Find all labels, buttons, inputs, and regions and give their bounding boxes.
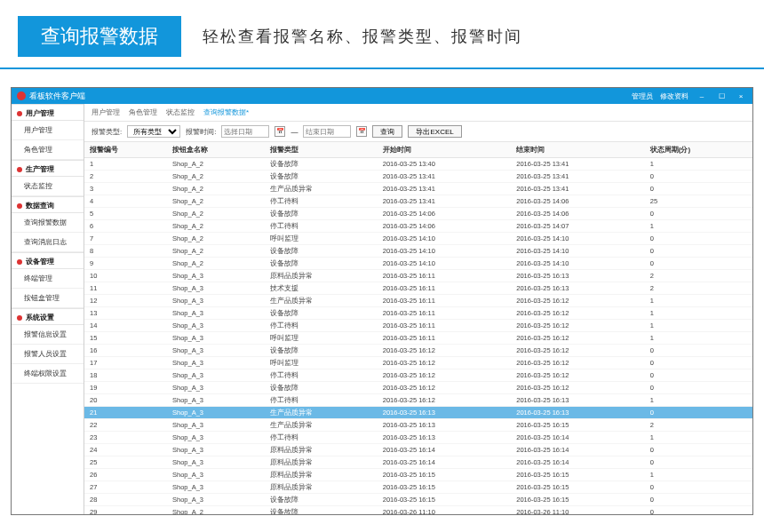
- query-button[interactable]: 查询: [372, 125, 402, 138]
- table-cell: 0: [645, 233, 752, 245]
- table-row[interactable]: 21Shop_A_3生产品质异常2016-03-25 16:132016-03-…: [84, 407, 752, 419]
- tab[interactable]: 用户管理: [92, 107, 120, 117]
- side-group-header[interactable]: 生产管理: [12, 160, 84, 177]
- table-cell: 2016-03-25 16:11: [378, 270, 512, 282]
- table-row[interactable]: 29Shop_A_2设备故障2016-03-26 11:102016-03-26…: [84, 506, 752, 515]
- table-cell: 2016-03-25 16:13: [378, 407, 512, 419]
- table-cell: 设备故障: [265, 245, 378, 258]
- table-cell: 2016-03-25 16:13: [511, 282, 645, 295]
- table-row[interactable]: 26Shop_A_3原料品质异常2016-03-25 16:152016-03-…: [84, 469, 752, 481]
- side-group-header[interactable]: 设备管理: [12, 252, 84, 269]
- table-row[interactable]: 1Shop_A_2设备故障2016-03-25 13:402016-03-25 …: [84, 158, 752, 171]
- table-row[interactable]: 7Shop_A_2呼叫监理2016-03-25 14:102016-03-25 …: [84, 233, 752, 245]
- table-cell: Shop_A_3: [167, 270, 265, 282]
- table-row[interactable]: 25Shop_A_3原料品质异常2016-03-25 16:142016-03-…: [84, 457, 752, 469]
- table-row[interactable]: 2Shop_A_2设备故障2016-03-25 13:412016-03-25 …: [84, 171, 752, 183]
- calendar-icon[interactable]: 📅: [356, 126, 367, 137]
- sidebar-item[interactable]: 用户管理: [12, 121, 84, 140]
- table-cell: 18: [84, 369, 167, 382]
- column-header[interactable]: 开始时间: [378, 142, 512, 158]
- table-cell: 0: [645, 258, 752, 270]
- table-cell: 5: [84, 208, 167, 220]
- table-cell: Shop_A_3: [167, 357, 265, 369]
- column-header[interactable]: 状态周期(分): [645, 142, 752, 158]
- column-header[interactable]: 按钮盒名称: [167, 142, 265, 158]
- tab[interactable]: 角色管理: [129, 107, 157, 117]
- sidebar-item[interactable]: 报警信息设置: [12, 325, 84, 345]
- table-row[interactable]: 6Shop_A_2停工待料2016-03-25 14:062016-03-25 …: [84, 220, 752, 233]
- tab[interactable]: 状态监控: [166, 107, 195, 117]
- table-cell: 2016-03-25 14:06: [511, 208, 645, 220]
- table-cell: 2016-03-25 16:15: [511, 481, 645, 494]
- titlebar-link-profile[interactable]: 修改资料: [660, 91, 688, 101]
- table-row[interactable]: 12Shop_A_3生产品质异常2016-03-25 16:112016-03-…: [84, 295, 752, 307]
- table-cell: 2016-03-25 16:12: [378, 394, 512, 407]
- window-close-icon[interactable]: ×: [735, 92, 747, 100]
- table-row[interactable]: 5Shop_A_2设备故障2016-03-25 14:062016-03-25 …: [84, 208, 752, 220]
- side-group-header[interactable]: 用户管理: [12, 104, 84, 121]
- titlebar-link-admin[interactable]: 管理员: [632, 91, 653, 101]
- column-header[interactable]: 报警编号: [84, 142, 167, 158]
- export-excel-button[interactable]: 导出EXCEL: [408, 125, 461, 138]
- table-cell: 2016-03-25 16:14: [511, 444, 645, 457]
- table-cell: 1: [84, 158, 167, 171]
- table-row[interactable]: 19Shop_A_3设备故障2016-03-25 16:122016-03-25…: [84, 382, 752, 394]
- table-cell: 2016-03-25 16:11: [378, 295, 512, 307]
- side-group-header[interactable]: 数据查询: [12, 196, 84, 213]
- sidebar-item[interactable]: 报警人员设置: [12, 345, 84, 364]
- table-row[interactable]: 16Shop_A_3设备故障2016-03-25 16:122016-03-25…: [84, 345, 752, 357]
- table-cell: 2016-03-25 16:11: [378, 307, 512, 320]
- table-cell: 13: [84, 307, 167, 320]
- table-row[interactable]: 24Shop_A_3原料品质异常2016-03-25 16:142016-03-…: [84, 444, 752, 457]
- table-cell: 0: [645, 208, 752, 220]
- table-cell: 生产品质异常: [265, 407, 378, 419]
- sidebar-item[interactable]: 角色管理: [12, 140, 84, 160]
- table-row[interactable]: 11Shop_A_3技术支援2016-03-25 16:112016-03-25…: [84, 282, 752, 295]
- table-row[interactable]: 18Shop_A_3停工待料2016-03-25 16:122016-03-25…: [84, 369, 752, 382]
- table-cell: 1: [645, 295, 752, 307]
- filter-end-input[interactable]: [303, 125, 351, 138]
- sidebar-item[interactable]: 查询消息日志: [12, 233, 84, 252]
- table-row[interactable]: 14Shop_A_3停工待料2016-03-25 16:112016-03-25…: [84, 320, 752, 332]
- table-row[interactable]: 17Shop_A_3呼叫监理2016-03-25 16:122016-03-25…: [84, 357, 752, 369]
- table-row[interactable]: 9Shop_A_2设备故障2016-03-25 14:102016-03-25 …: [84, 258, 752, 270]
- filter-type-select[interactable]: 所有类型: [127, 125, 180, 138]
- window-max-icon[interactable]: ☐: [715, 92, 728, 100]
- sidebar-item[interactable]: 终端权限设置: [12, 364, 84, 384]
- table-cell: 设备故障: [265, 494, 378, 506]
- table-cell: 2016-03-25 13:40: [378, 158, 512, 171]
- table-cell: 0: [645, 506, 752, 515]
- alarm-table[interactable]: 报警编号按钮盒名称报警类型开始时间结束时间状态周期(分) 1Shop_A_2设备…: [84, 142, 752, 514]
- table-row[interactable]: 10Shop_A_3原料品质异常2016-03-25 16:112016-03-…: [84, 270, 752, 282]
- tab[interactable]: 查询报警数据*: [203, 107, 249, 117]
- column-header[interactable]: 结束时间: [511, 142, 645, 158]
- filter-start-input[interactable]: [221, 125, 269, 138]
- table-row[interactable]: 13Shop_A_3设备故障2016-03-25 16:112016-03-25…: [84, 307, 752, 320]
- table-cell: 17: [84, 357, 167, 369]
- table-row[interactable]: 8Shop_A_2设备故障2016-03-25 14:102016-03-25 …: [84, 245, 752, 258]
- table-cell: 25: [84, 457, 167, 469]
- table-row[interactable]: 27Shop_A_3原料品质异常2016-03-25 16:152016-03-…: [84, 481, 752, 494]
- sidebar-item[interactable]: 状态监控: [12, 177, 84, 196]
- table-row[interactable]: 15Shop_A_3呼叫监理2016-03-25 16:112016-03-25…: [84, 332, 752, 345]
- column-header[interactable]: 报警类型: [265, 142, 378, 158]
- table-row[interactable]: 20Shop_A_3停工待料2016-03-25 16:122016-03-25…: [84, 394, 752, 407]
- side-group-header[interactable]: 系统设置: [12, 308, 84, 325]
- table-cell: 呼叫监理: [265, 332, 378, 345]
- sidebar-item[interactable]: 查询报警数据: [12, 213, 84, 233]
- table-row[interactable]: 4Shop_A_2停工待料2016-03-25 13:412016-03-25 …: [84, 195, 752, 208]
- sidebar-item[interactable]: 按钮盒管理: [12, 289, 84, 308]
- calendar-icon[interactable]: 📅: [275, 126, 285, 137]
- sidebar-item[interactable]: 终端管理: [12, 269, 84, 289]
- table-cell: 2016-03-25 16:14: [511, 457, 645, 469]
- group-dot-icon: [17, 259, 22, 265]
- table-cell: 2016-03-25 16:12: [511, 345, 645, 357]
- table-cell: 2016-03-25 13:41: [378, 183, 512, 195]
- table-row[interactable]: 23Shop_A_3停工待料2016-03-25 16:132016-03-25…: [84, 432, 752, 444]
- table-cell: 设备故障: [265, 171, 378, 183]
- table-row[interactable]: 28Shop_A_3设备故障2016-03-25 16:152016-03-25…: [84, 494, 752, 506]
- table-row[interactable]: 22Shop_A_3生产品质异常2016-03-25 16:132016-03-…: [84, 419, 752, 432]
- table-row[interactable]: 3Shop_A_2生产品质异常2016-03-25 13:412016-03-2…: [84, 183, 752, 195]
- window-min-icon[interactable]: –: [696, 92, 708, 100]
- banner-desc: 轻松查看报警名称、报警类型、报警时间: [203, 26, 522, 47]
